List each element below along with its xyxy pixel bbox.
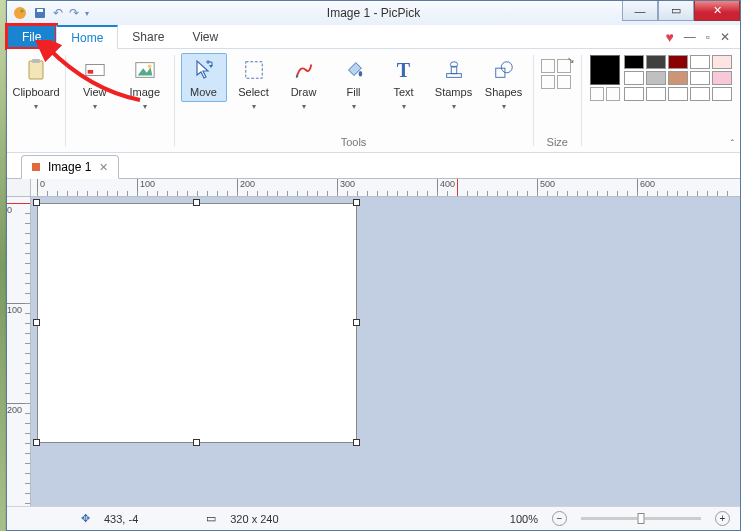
fill-icon bbox=[341, 57, 367, 83]
svg-point-0 bbox=[14, 7, 26, 19]
zoom-slider[interactable] bbox=[581, 517, 701, 520]
ribbon: Clipboard View Image bbox=[7, 49, 740, 153]
primary-color-swatch[interactable] bbox=[590, 55, 620, 85]
color-swatch[interactable] bbox=[646, 87, 666, 101]
svg-rect-3 bbox=[37, 9, 43, 12]
size-expand-icon[interactable]: ↘ bbox=[567, 55, 575, 65]
color-swatch[interactable] bbox=[646, 71, 666, 85]
fill-label: Fill bbox=[346, 87, 360, 98]
svg-point-16 bbox=[358, 71, 362, 77]
title-bar: ↶ ↷ ▾ Image 1 - PicPick — ▭ ✕ bbox=[7, 1, 740, 25]
clipboard-button[interactable]: Clipboard bbox=[13, 53, 59, 115]
vertical-ruler: 0100200 bbox=[7, 197, 31, 506]
color-swatch[interactable] bbox=[712, 87, 732, 101]
close-button[interactable]: ✕ bbox=[694, 1, 740, 21]
color-swatch[interactable] bbox=[668, 87, 688, 101]
resize-handle[interactable] bbox=[353, 319, 360, 326]
fill-tool-button[interactable]: Fill bbox=[331, 53, 377, 115]
color-palette bbox=[582, 49, 740, 152]
doc-modified-icon bbox=[32, 163, 40, 171]
svg-rect-5 bbox=[32, 59, 40, 63]
draw-icon bbox=[291, 57, 317, 83]
document-tabs: Image 1 ✕ bbox=[7, 153, 740, 179]
group-size-label: Size bbox=[547, 136, 568, 150]
resize-handle[interactable] bbox=[33, 319, 40, 326]
shapes-tool-button[interactable]: Shapes bbox=[481, 53, 527, 115]
close-tab-icon[interactable]: ✕ bbox=[99, 161, 108, 174]
minimize-button[interactable]: — bbox=[622, 1, 658, 21]
secondary-color-swatch[interactable] bbox=[606, 87, 620, 101]
color-swatch[interactable] bbox=[668, 71, 688, 85]
cursor-position: 433, -4 bbox=[104, 513, 138, 525]
maximize-button[interactable]: ▭ bbox=[658, 1, 694, 21]
color-swatch[interactable] bbox=[668, 55, 688, 69]
zoom-in-button[interactable]: + bbox=[715, 511, 730, 526]
draw-tool-button[interactable]: Draw bbox=[281, 53, 327, 115]
tab-file[interactable]: File bbox=[8, 26, 55, 47]
status-bar: ✥ 433, -4 ▭ 320 x 240 100% − + bbox=[7, 506, 740, 530]
undo-icon[interactable]: ↶ bbox=[53, 6, 63, 20]
image-label: Image bbox=[129, 87, 160, 98]
color-swatch[interactable] bbox=[624, 55, 644, 69]
text-tool-button[interactable]: T Text bbox=[381, 53, 427, 115]
work-area: 0100200300400500600 0100200 bbox=[7, 179, 740, 506]
inner-close-icon[interactable]: ✕ bbox=[720, 30, 730, 44]
svg-rect-20 bbox=[495, 68, 504, 77]
move-label: Move bbox=[190, 87, 217, 98]
svg-point-21 bbox=[501, 62, 512, 73]
document-tab[interactable]: Image 1 ✕ bbox=[21, 155, 119, 179]
resize-handle[interactable] bbox=[353, 199, 360, 206]
stamps-icon bbox=[441, 57, 467, 83]
zoom-level: 100% bbox=[510, 513, 538, 525]
canvas[interactable] bbox=[37, 203, 357, 443]
stamps-tool-button[interactable]: Stamps bbox=[431, 53, 477, 115]
color-swatch[interactable] bbox=[690, 71, 710, 85]
swap-colors-icon[interactable] bbox=[590, 87, 604, 101]
svg-point-11 bbox=[148, 65, 152, 69]
favorite-icon[interactable]: ♥ bbox=[665, 29, 673, 45]
resize-handle[interactable] bbox=[33, 199, 40, 206]
color-swatch[interactable] bbox=[624, 87, 644, 101]
svg-rect-17 bbox=[446, 74, 461, 78]
select-label: Select bbox=[238, 87, 269, 98]
horizontal-ruler: 0100200300400500600 bbox=[31, 179, 740, 197]
canvas-dimensions: 320 x 240 bbox=[230, 513, 278, 525]
resize-handle[interactable] bbox=[33, 439, 40, 446]
window-title: Image 1 - PicPick bbox=[327, 6, 420, 20]
image-button[interactable]: Image bbox=[122, 53, 168, 115]
dimensions-icon: ▭ bbox=[206, 512, 216, 525]
svg-point-1 bbox=[21, 10, 24, 13]
shapes-label: Shapes bbox=[485, 87, 522, 98]
view-button[interactable]: View bbox=[72, 53, 118, 115]
inner-minimize-icon[interactable]: — bbox=[684, 30, 696, 44]
ruler-corner bbox=[7, 179, 31, 197]
app-window: ↶ ↷ ▾ Image 1 - PicPick — ▭ ✕ File Home … bbox=[6, 0, 741, 531]
color-swatch[interactable] bbox=[690, 55, 710, 69]
tab-home[interactable]: Home bbox=[56, 25, 118, 49]
move-tool-button[interactable]: Move bbox=[181, 53, 227, 102]
clipboard-icon bbox=[23, 57, 49, 83]
resize-handle[interactable] bbox=[193, 199, 200, 206]
save-icon[interactable] bbox=[33, 6, 47, 20]
color-grid[interactable] bbox=[624, 55, 732, 101]
draw-label: Draw bbox=[291, 87, 317, 98]
cursor-move-icon: ✥ bbox=[81, 512, 90, 525]
tab-view[interactable]: View bbox=[178, 25, 232, 48]
redo-icon[interactable]: ↷ bbox=[69, 6, 79, 20]
color-swatch[interactable] bbox=[712, 71, 732, 85]
tab-share[interactable]: Share bbox=[118, 25, 178, 48]
color-swatch[interactable] bbox=[690, 87, 710, 101]
color-swatch[interactable] bbox=[712, 55, 732, 69]
qat-dropdown-icon[interactable]: ▾ bbox=[85, 9, 89, 18]
text-label: Text bbox=[393, 87, 413, 98]
color-swatch[interactable] bbox=[624, 71, 644, 85]
zoom-out-button[interactable]: − bbox=[552, 511, 567, 526]
canvas-viewport[interactable] bbox=[31, 197, 740, 506]
inner-restore-icon[interactable]: ▫ bbox=[706, 30, 710, 44]
color-swatch[interactable] bbox=[646, 55, 666, 69]
resize-handle[interactable] bbox=[193, 439, 200, 446]
collapse-ribbon-icon[interactable]: ˆ bbox=[731, 139, 734, 150]
resize-handle[interactable] bbox=[353, 439, 360, 446]
select-tool-button[interactable]: Select bbox=[231, 53, 277, 115]
clipboard-label: Clipboard bbox=[12, 87, 59, 98]
